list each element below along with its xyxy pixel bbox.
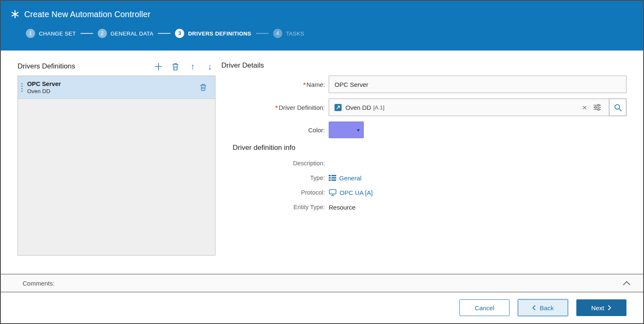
clear-selection-icon[interactable]: ×: [580, 104, 589, 111]
drivers-list[interactable]: OPC Server Oven DD: [18, 76, 216, 256]
add-driver-button[interactable]: [153, 61, 163, 71]
comments-bar: Comments:: [1, 274, 643, 292]
move-down-button[interactable]: ↓: [205, 61, 215, 71]
step-connector: [158, 33, 170, 34]
arrow-down-icon: ↓: [208, 62, 212, 71]
driver-definition-revision: [A.1]: [373, 104, 385, 111]
next-button[interactable]: Next: [576, 299, 626, 316]
step-tasks-circle: 4: [273, 29, 282, 38]
chevron-up-icon[interactable]: [621, 279, 632, 287]
delete-driver-item-button[interactable]: [197, 83, 215, 91]
driver-details-panel: Driver Details *Name: *Driver Definition…: [221, 61, 626, 274]
color-picker-button[interactable]: ▾: [329, 122, 364, 138]
entity-type-row: Entity Type: Resource: [221, 202, 626, 212]
create-automation-controller-dialog: Create New Automation Controller 1 CHANG…: [0, 0, 644, 324]
name-row: *Name:: [221, 76, 626, 93]
step-drivers-definitions[interactable]: 3 DRIVERS DEFINITIONS: [175, 29, 251, 38]
type-link[interactable]: General: [339, 175, 361, 182]
chevron-left-icon: [532, 305, 536, 311]
driver-list-item[interactable]: OPC Server Oven DD: [18, 76, 215, 99]
description-row: Description:: [221, 158, 626, 168]
entity-type-value: Resource: [329, 203, 355, 211]
next-button-label: Next: [591, 304, 604, 311]
driver-item-name: OPC Server: [27, 81, 197, 87]
name-label: *Name:: [221, 81, 329, 88]
step-connector: [256, 33, 269, 34]
back-button-label: Back: [540, 304, 553, 311]
back-button[interactable]: Back: [518, 299, 568, 316]
driver-item-definition: Oven DD: [27, 88, 197, 94]
type-general-icon: [329, 175, 336, 181]
step-drivers-definitions-label: DRIVERS DEFINITIONS: [188, 30, 251, 37]
wizard-body: Drivers Definitions ↑: [1, 51, 643, 274]
driver-definition-object-icon: [334, 104, 342, 111]
drivers-definitions-title: Drivers Definitions: [18, 62, 75, 71]
driver-definition-value: Oven DD: [345, 104, 371, 111]
entity-type-label: Entity Type:: [221, 204, 329, 210]
step-change-set-label: CHANGE SET: [39, 30, 76, 37]
protocol-monitor-icon: [329, 189, 337, 196]
type-label: Type:: [221, 175, 329, 181]
step-general-data-circle: 2: [98, 29, 107, 38]
wizard-footer: Cancel Back Next: [1, 292, 643, 323]
cancel-button-label: Cancel: [475, 304, 494, 311]
drivers-definitions-panel: Drivers Definitions ↑: [18, 61, 216, 274]
description-label: Description:: [221, 160, 329, 167]
driver-details-title: Driver Details: [221, 61, 626, 76]
caret-down-icon: ▾: [357, 127, 360, 133]
driver-definition-combobox[interactable]: Oven DD [A.1] ×: [329, 99, 609, 116]
step-drivers-definitions-circle: 3: [175, 29, 184, 38]
wizard-header: Create New Automation Controller 1 CHANG…: [1, 1, 643, 51]
step-general-data[interactable]: 2 GENERAL DATA: [98, 29, 154, 38]
drivers-toolbar: ↑ ↓: [153, 61, 216, 71]
filter-settings-icon[interactable]: [592, 104, 604, 111]
comments-label: Comments:: [23, 280, 55, 287]
required-asterisk: *: [275, 104, 278, 111]
step-change-set-circle: 1: [26, 29, 35, 38]
wizard-step-indicator: 1 CHANGE SET 2 GENERAL DATA 3 DRIVERS DE…: [26, 29, 633, 38]
wizard-title: Create New Automation Controller: [24, 10, 150, 19]
step-change-set[interactable]: 1 CHANGE SET: [26, 29, 76, 38]
type-row: Type: General: [221, 173, 626, 183]
delete-driver-button[interactable]: [170, 61, 180, 71]
driver-definition-label: *Driver Definition:: [221, 104, 329, 111]
search-button[interactable]: [609, 99, 626, 116]
step-tasks: 4 TASKS: [273, 29, 304, 38]
cancel-button[interactable]: Cancel: [459, 299, 510, 316]
driver-definition-info-title: Driver definition info: [233, 144, 626, 152]
drag-handle-icon[interactable]: [18, 83, 25, 92]
step-general-data-label: GENERAL DATA: [111, 30, 154, 37]
required-asterisk: *: [303, 81, 306, 88]
driver-definition-row: *Driver Definition: Oven DD [A.1] ×: [221, 99, 626, 116]
protocol-label: Protocol:: [221, 189, 329, 196]
driver-list-item-text: OPC Server Oven DD: [25, 81, 197, 94]
step-connector: [81, 33, 93, 34]
name-input[interactable]: [329, 76, 626, 93]
asterisk-icon: [11, 10, 19, 18]
arrow-up-icon: ↑: [190, 62, 195, 71]
step-tasks-label: TASKS: [286, 30, 304, 37]
color-row: Color: ▾: [221, 122, 626, 138]
protocol-row: Protocol: OPC UA [A]: [221, 187, 626, 197]
protocol-link[interactable]: OPC UA [A]: [340, 189, 373, 196]
chevron-right-icon: [608, 305, 611, 311]
color-label: Color:: [221, 127, 329, 134]
move-up-button[interactable]: ↑: [188, 61, 198, 71]
